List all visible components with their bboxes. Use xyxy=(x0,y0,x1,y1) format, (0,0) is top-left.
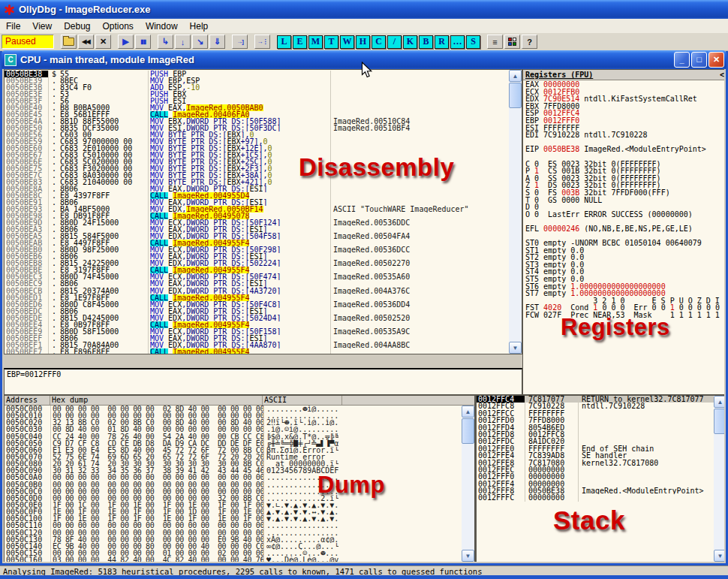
threads-button[interactable]: T xyxy=(324,35,338,49)
disasm-row[interactable]: 0050BED6.8B0D C8F45000MOV ECX,DWORD PTR … xyxy=(5,301,509,308)
scroll-down-icon[interactable]: ▼ xyxy=(714,550,724,562)
stack-row[interactable]: 0012FFDC8A1DC020 xyxy=(477,438,724,445)
minimize-button[interactable]: _ xyxy=(674,52,690,68)
disasm-row[interactable]: 0050BE4A.8B1D 88F55000MOV EBX,DWORD PTR … xyxy=(5,118,509,125)
disasm-row[interactable]: 0050BEF1.8B15 70A84A00MOV EDX,DWORD PTR … xyxy=(5,342,509,348)
register-line[interactable]: EBX 7FFD8000 xyxy=(523,103,724,110)
stack-row[interactable]: 0012FFF400000000 xyxy=(477,481,724,487)
animate-into-button[interactable]: ↘ xyxy=(192,35,208,49)
menu-debug[interactable]: Debug xyxy=(58,20,96,32)
dump-row[interactable]: 0050C0E01F 00 1C 00 1F 00 1E 00 1F 00 1E… xyxy=(5,502,474,508)
dump-row[interactable]: 0050C060E1 E3 00 E4 E5 8D 40 00 45 72 72… xyxy=(5,447,474,454)
register-line[interactable] xyxy=(523,218,724,225)
dump-row[interactable]: 0050C02032 13 8B C0 02 00 8B C0 00 8D 40… xyxy=(5,419,474,426)
stack-row[interactable]: 0012FFE0FFFFFFFFEnd of SEH chain xyxy=(477,445,724,452)
disasm-row[interactable]: 0050BEAB.E8 4497F8FFCALL ImageRed.004955… xyxy=(5,240,509,246)
restart-button[interactable]: ◀◀ xyxy=(78,35,94,49)
scrollbar-thumb[interactable] xyxy=(509,83,522,108)
register-line[interactable]: ST2 empty 0.0 xyxy=(523,254,724,261)
disasm-row[interactable]: 0050BECB.8B15 20374A00MOV EDX,DWORD PTR … xyxy=(5,288,509,294)
dump-row[interactable]: 0050C0D000 00 00 00 00 00 00 00 00 00 00… xyxy=(5,495,474,502)
disasm-row[interactable]: 0050BEDE.8B15 D4245000MOV EDX,DWORD PTR … xyxy=(5,315,509,321)
register-line[interactable]: EIP 0050BE38 ImageRed.<ModuleEntryPoint> xyxy=(523,146,724,153)
stack-row[interactable]: 0012FFD07FFD8000 xyxy=(477,417,724,424)
register-line[interactable]: ST4 empty 0.0 xyxy=(523,268,724,276)
run-button[interactable]: ▶ xyxy=(118,35,134,49)
disasm-row[interactable]: 0050BE8A.8B06MOV EAX,DWORD PTR DS:[ESI] xyxy=(5,185,509,192)
disasm-row[interactable]: 0050BE40.B8 B0BA5000MOV EAX,ImageRed.005… xyxy=(5,104,509,111)
stack-row[interactable]: 0012FFE47C839AD8SE handler xyxy=(477,452,724,459)
disasm-row[interactable]: 0050BE60.C683 2E010000 00MOV BYTE PTR DS… xyxy=(5,145,509,152)
windows-button[interactable]: W xyxy=(340,35,354,49)
animate-over-button[interactable]: ⇓ xyxy=(209,35,225,49)
disasm-row[interactable]: 0050BEC3.8B0D 74F45000MOV ECX,DWORD PTR … xyxy=(5,273,509,280)
scroll-up-icon[interactable]: ▲ xyxy=(714,396,724,408)
references-button[interactable]: R xyxy=(435,35,449,49)
register-line[interactable]: EFL 00000246 (NO,NB,E,BE,NS,PE,GE,LE) xyxy=(523,225,724,233)
disasm-row[interactable]: 0050BEC9.8B06MOV EAX,DWORD PTR DS:[ESI] xyxy=(5,280,509,287)
stack-row[interactable]: 0012FFF80050BE38ImageRed.<ModuleEntryPoi… xyxy=(477,487,724,494)
executables-button[interactable]: E xyxy=(293,35,307,49)
disassembly-pane[interactable]: 0050BE38$55PUSH EBP0050BE39.8BECMOV EBP,… xyxy=(4,69,522,354)
register-line[interactable]: ST3 empty 0.0 xyxy=(523,261,724,269)
disasm-row[interactable]: 0050BED1.E8 1E97F8FFCALL ImageRed.004955… xyxy=(5,294,509,301)
dump-row[interactable]: 0050C0F01E 00 1F 00 1E 00 1F 00 1F 00 1D… xyxy=(5,508,474,515)
register-line[interactable]: ST5 empty 0.0 xyxy=(523,276,724,283)
stack-pane[interactable]: 0012FFC47C817077RETURN to kernel32.7C817… xyxy=(475,395,724,562)
disasm-row[interactable]: 0050BE3F.56PUSH ESI xyxy=(5,98,509,104)
callstack-button[interactable]: K xyxy=(403,35,417,49)
scroll-down-icon[interactable]: ▼ xyxy=(509,342,522,354)
dump-row[interactable]: 0050C01000 00 00 00 00 00 00 00 00 00 00… xyxy=(5,412,474,419)
register-line[interactable]: ST1 empty 0.0 xyxy=(523,247,724,255)
disasm-row[interactable]: 0050BEEF.8B06MOV EAX,DWORD PTR DS:[ESI] xyxy=(5,335,509,342)
disasm-row[interactable]: 0050BE93.BA 14BF5000MOV EDX,ImageRed.005… xyxy=(5,206,509,213)
register-line[interactable]: P 1 CS 001B 32bit 0(FFFFFFFF) xyxy=(523,167,724,175)
dump-pane[interactable]: Address Hex dump ASCII 0050C00000 00 00 … xyxy=(4,395,475,562)
options-button[interactable]: ≡ xyxy=(487,35,503,49)
handles-button[interactable]: H xyxy=(356,35,370,49)
disasm-row[interactable]: 0050BE3E.53PUSH EBX xyxy=(5,91,509,98)
dump-row[interactable]: 0050C050C9 D7 CF C8 CD CE DB D8 DA D9 CA… xyxy=(5,440,474,447)
register-line[interactable]: S 0 FS 003B 32bit 7FFDF000(FFF) xyxy=(523,189,724,197)
dump-row[interactable]: 0050C11000 00 00 00 00 00 00 00 00 00 00… xyxy=(5,522,474,529)
register-line[interactable]: FST 4020 Cond 1 0 0 0 Err 0 0 1 0 0 0 0 … xyxy=(523,304,724,312)
memory-button[interactable]: M xyxy=(308,35,323,49)
disasm-row[interactable]: 0050BE50.8B35 DCF35000MOV ESI,DWORD PTR … xyxy=(5,125,509,131)
disasm-row[interactable]: 0050BE38$55PUSH EBP xyxy=(5,71,509,77)
dump-row[interactable]: 0050C15000 00 00 00 00 00 00 00 01 00 00… xyxy=(5,550,474,556)
stack-row[interactable]: 0012FFEC00000000 xyxy=(477,466,724,473)
open-file-button[interactable] xyxy=(61,35,77,49)
register-line[interactable]: ESP 0012FFC4 xyxy=(523,110,724,117)
scrollbar-thumb[interactable] xyxy=(714,409,724,434)
stack-row[interactable]: 0012FFF000000000 xyxy=(477,473,724,480)
register-line[interactable]: ST6 empty 1.0000000000000000000 xyxy=(523,283,724,291)
dump-row[interactable]: 0050C13078 8F 40 00 00 00 00 00 00 00 00… xyxy=(5,536,474,543)
dump-row[interactable]: 0050C16003 00 00 00 44 82 40 00 4C 82 40… xyxy=(5,556,474,562)
dump-row[interactable]: 0050C140EC 9B 40 00 00 00 00 80 00 00 00… xyxy=(5,543,474,550)
collapse-icon[interactable]: < xyxy=(720,71,724,79)
disasm-row[interactable]: 0050BE3B.83C4 F0ADD ESP,-10 xyxy=(5,84,509,91)
register-line[interactable]: A 0 SS 0023 32bit 0(FFFFFFFF) xyxy=(523,175,724,182)
disasm-row[interactable]: 0050BEE9.8B0D 58F15000MOV ECX,DWORD PTR … xyxy=(5,328,509,335)
menu-options[interactable]: Options xyxy=(97,20,140,32)
stack-row[interactable]: 0012FFE87C817080kernel32.7C817080 xyxy=(477,460,724,466)
disasm-row[interactable]: 0050BEA5.8B15 584F5000MOV EDX,DWORD PTR … xyxy=(5,233,509,240)
execute-till-return-button[interactable]: →] xyxy=(232,35,248,49)
patches-button[interactable]: / xyxy=(387,35,402,49)
menu-file[interactable]: File xyxy=(0,20,26,32)
dump-row[interactable]: 0050C12000 00 00 00 00 00 00 00 00 00 00… xyxy=(5,529,474,536)
scroll-up-icon[interactable]: ▲ xyxy=(462,406,474,418)
stack-scrollbar[interactable]: ▲ ▼ xyxy=(714,396,724,562)
main-titlebar[interactable]: OllyDbg - ImageReducer.exe xyxy=(0,0,728,19)
register-line[interactable]: EDI 7C910228 ntdll.7C910228 xyxy=(523,131,724,139)
register-line[interactable]: O 0 LastErr ERROR_SUCCESS (00000000) xyxy=(523,211,724,219)
go-to-user-code-button[interactable]: →⋮ xyxy=(254,35,270,49)
disasm-row[interactable]: 0050BE45.E8 56B1EFFFCALL ImageRed.00406F… xyxy=(5,111,509,118)
register-line[interactable]: ESI FFFFFFFF xyxy=(523,125,724,132)
register-line[interactable]: 3 2 1 0 E S P U O Z D I xyxy=(523,297,724,305)
dump-row[interactable]: 0050C0A000 00 00 00 00 00 00 00 00 00 00… xyxy=(5,474,474,481)
registers-header[interactable]: Registers (FPU) < xyxy=(523,70,724,80)
disasm-row[interactable]: 0050BE39.8BECMOV EBP,ESP xyxy=(5,77,509,84)
register-line[interactable]: EBP 0012FFF0 xyxy=(523,117,724,125)
register-line[interactable] xyxy=(523,139,724,146)
